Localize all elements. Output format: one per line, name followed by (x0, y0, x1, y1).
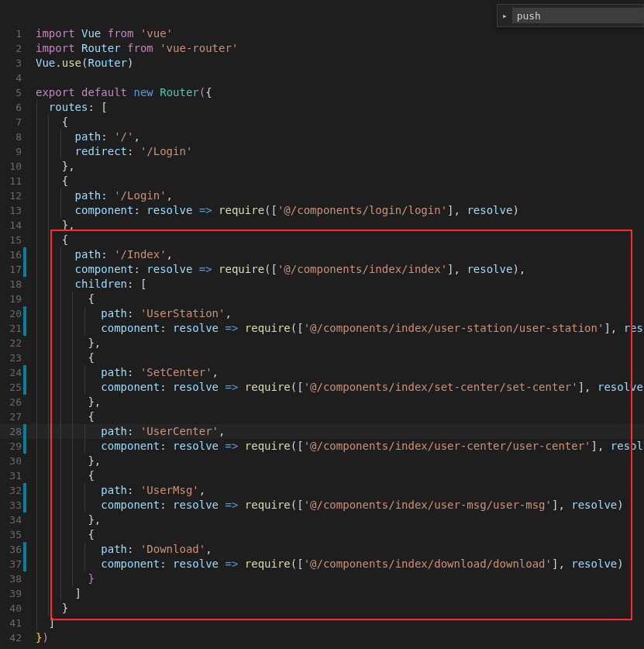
token-punc (75, 42, 81, 54)
token-punc (133, 425, 139, 437)
line-number: 40 (0, 601, 28, 616)
token-punc (153, 42, 160, 54)
search-input[interactable] (512, 8, 644, 23)
token-punc: ], (552, 499, 571, 511)
token-prop: path (101, 307, 127, 319)
code-line[interactable]: { (36, 409, 644, 424)
code-line[interactable]: component: resolve => require(['@/compon… (36, 203, 644, 218)
token-punc: { (62, 174, 68, 187)
code-line[interactable]: component: resolve => require(['@/compon… (36, 380, 644, 395)
code-line[interactable]: import Router from 'vue-router' (36, 41, 644, 56)
code-line[interactable]: }, (36, 395, 644, 409)
token-fn: require (245, 499, 291, 511)
token-str: '@/components/index/download/download' (304, 558, 552, 570)
token-punc (167, 558, 173, 570)
token-prop: path (101, 425, 127, 437)
token-str: 'UserStation' (140, 307, 226, 319)
token-brkp: } (88, 572, 94, 585)
code-line[interactable]: path: '/Login', (36, 188, 644, 203)
token-arrow: new (133, 86, 153, 98)
code-line[interactable]: Vue.use(Router) (36, 56, 644, 71)
code-line[interactable]: { (36, 468, 644, 483)
token-var: resolve (173, 558, 219, 570)
token-punc: : (101, 130, 107, 143)
token-kw: from (127, 42, 153, 54)
token-punc: { (62, 116, 68, 128)
code-line[interactable]: { (36, 115, 644, 129)
code-line[interactable]: component: resolve => require(['@/compon… (36, 439, 644, 454)
code-line[interactable]: { (36, 527, 644, 542)
code-line[interactable]: component: resolve => require(['@/compon… (36, 262, 644, 277)
token-punc: }, (88, 337, 101, 349)
code-line[interactable]: path: 'SetCenter', (36, 365, 644, 380)
token-punc (238, 499, 244, 511)
code-line[interactable]: export default new Router({ (36, 85, 644, 100)
code-editor[interactable]: ▸ Aa Ab 12345678910111213141516171819202… (0, 0, 644, 649)
token-prop: component (101, 322, 160, 334)
token-punc (167, 499, 173, 511)
code-line[interactable]: } (36, 601, 644, 616)
token-var: resolve (571, 499, 617, 511)
code-line[interactable]: }, (36, 159, 644, 174)
token-punc: : (160, 558, 166, 570)
code-line[interactable]: redirect: '/Login' (36, 144, 644, 159)
token-punc (167, 381, 173, 393)
code-line[interactable]: path: 'UserCenter', (36, 424, 644, 439)
token-punc: ([ (291, 381, 304, 393)
code-line[interactable] (36, 71, 644, 85)
code-line[interactable]: } (36, 571, 644, 586)
token-kw: import (36, 27, 75, 40)
token-punc (133, 484, 139, 496)
modified-line-marker (23, 542, 26, 557)
modified-line-marker (23, 262, 26, 277)
code-line[interactable]: }) (36, 630, 644, 645)
token-punc (167, 440, 173, 452)
modified-line-marker (23, 439, 26, 454)
code-line[interactable]: ] (36, 616, 644, 630)
code-line[interactable]: path: 'UserMsg', (36, 483, 644, 498)
code-line[interactable]: { (36, 350, 644, 365)
code-line[interactable]: path: '/', (36, 129, 644, 144)
token-punc: : (88, 101, 94, 113)
find-widget[interactable]: ▸ Aa Ab (497, 4, 644, 27)
token-punc: , (167, 189, 173, 202)
code-line[interactable]: { (36, 292, 644, 306)
expand-icon[interactable]: ▸ (501, 11, 509, 21)
token-punc: ] (49, 616, 55, 629)
token-punc (133, 366, 139, 378)
token-punc: : (160, 440, 166, 452)
modified-line-marker (23, 321, 26, 336)
token-punc: , (133, 130, 139, 143)
code-line[interactable]: import Vue from 'vue' (36, 26, 644, 41)
code-line[interactable]: }, (36, 336, 644, 350)
token-punc: , (199, 484, 205, 496)
code-line[interactable]: children: [ (36, 277, 644, 292)
line-number: 27 (0, 409, 28, 424)
token-punc: }, (88, 513, 101, 526)
code-line[interactable]: { (36, 174, 644, 188)
code-line[interactable]: path: '/Index', (36, 247, 644, 262)
token-fn: require (245, 440, 291, 452)
token-punc (101, 27, 107, 40)
code-line[interactable]: }, (36, 218, 644, 233)
code-line[interactable]: path: 'UserStation', (36, 306, 644, 321)
token-punc: ], (552, 558, 571, 570)
token-prop: path (75, 248, 102, 261)
code-area[interactable]: import Vue from 'vue'import Router from … (36, 26, 644, 645)
code-line[interactable]: component: resolve => require(['@/compon… (36, 557, 644, 571)
token-str: '@/components/index/user-station/user-st… (304, 322, 604, 334)
token-punc: ([ (291, 322, 304, 334)
code-line[interactable]: routes: [ (36, 100, 644, 115)
token-punc: , (219, 425, 225, 437)
token-var: resolve (467, 204, 512, 216)
token-punc (133, 145, 139, 157)
code-line[interactable]: component: resolve => require(['@/compon… (36, 498, 644, 513)
code-line[interactable]: component: resolve => require(['@/compon… (36, 321, 644, 336)
code-line[interactable]: { (36, 233, 644, 247)
token-prop: path (75, 189, 102, 202)
code-line[interactable]: path: 'Download', (36, 542, 644, 557)
code-line[interactable]: ] (36, 586, 644, 601)
line-number: 41 (0, 616, 28, 630)
code-line[interactable]: }, (36, 513, 644, 527)
code-line[interactable]: }, (36, 454, 644, 468)
